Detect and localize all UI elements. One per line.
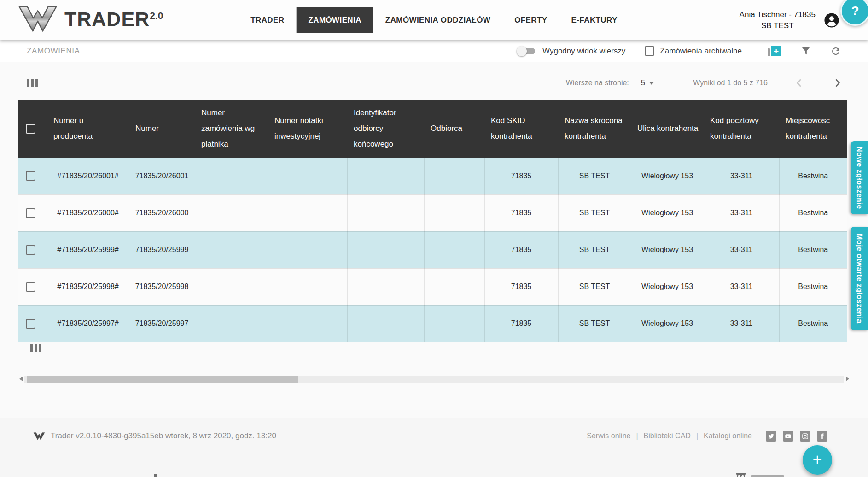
add-view-plus: + — [771, 46, 781, 56]
cell-odbiorca — [424, 305, 484, 342]
toggle-knob — [517, 46, 527, 56]
cell-identyfikator-odbiorcy — [347, 194, 424, 231]
cell-miejscowosc: Bestwina — [779, 231, 847, 268]
footer-divider — [28, 460, 840, 460]
footer-links: Serwis online | Biblioteki CAD | Katalog… — [587, 432, 752, 440]
cell-numer-u-producenta: #71835/20/25998# — [47, 268, 129, 305]
archived-orders-checkbox[interactable] — [645, 46, 654, 56]
col-nazwa-skrocona[interactable]: Nazwa skrócona kontrahenta — [558, 100, 631, 158]
tab-zamowienia-oddzialow[interactable]: ZAMÓWIENIA ODDZIAŁÓW — [373, 7, 502, 33]
cell-ulica: Wielogłowy 153 — [631, 158, 704, 194]
tab-zamowienia[interactable]: ZAMÓWIENIA — [296, 7, 373, 33]
cell-numer-notatki-inwestycyjnej — [268, 305, 347, 342]
cell-kod-pocztowy: 33-311 — [704, 231, 779, 268]
cell-kod-skid: 71835 — [484, 194, 558, 231]
app-logo[interactable]: TRADER2.0 — [17, 5, 163, 33]
row-checkbox[interactable] — [26, 282, 35, 292]
account-icon[interactable] — [824, 12, 839, 28]
row-checkbox[interactable] — [26, 208, 35, 218]
pagination: Wiersze na stronie: 5 Wyniki od 1 do 5 z… — [566, 77, 843, 89]
row-checkbox[interactable] — [26, 171, 35, 181]
footer-right: Serwis online | Biblioteki CAD | Katalog… — [587, 431, 827, 442]
filter-icon[interactable] — [801, 46, 811, 56]
twitter-icon[interactable] — [766, 431, 776, 442]
table-row[interactable]: #71835/20/26000# 71835/20/26000 71835 SB… — [18, 194, 847, 231]
cell-numer: 71835/20/25999 — [129, 231, 195, 268]
table-row[interactable]: #71835/20/25999# 71835/20/25999 71835 SB… — [18, 231, 847, 268]
tab-e-faktury[interactable]: E-FAKTURY — [559, 7, 629, 33]
add-view-icon[interactable]: + — [768, 46, 781, 56]
col-miejscowosc[interactable]: Miejscowosc kontrahenta — [779, 100, 847, 158]
my-open-tickets-tab[interactable]: Moje otwarte zgłoszenia — [851, 227, 868, 330]
rows-per-page-caret-icon[interactable] — [649, 82, 654, 85]
link-serwis-online[interactable]: Serwis online — [587, 432, 630, 440]
link-separator: | — [696, 432, 698, 440]
scrollbar-track[interactable] — [24, 376, 844, 383]
cell-numer: 71835/20/26000 — [129, 194, 195, 231]
youtube-icon[interactable] — [783, 431, 793, 442]
cutoff-fragment — [751, 475, 784, 477]
scrollbar-thumb[interactable] — [27, 376, 298, 383]
cell-numer: 71835/20/26001 — [129, 158, 195, 194]
cell-kod-skid: 71835 — [484, 231, 558, 268]
scroll-left-icon[interactable] — [18, 375, 23, 383]
instagram-icon[interactable] — [800, 431, 810, 442]
col-kod-skid[interactable]: Kod SKID kontrahenta — [484, 100, 558, 158]
cell-numer-u-producenta: #71835/20/25997# — [47, 305, 129, 342]
table-row[interactable]: #71835/20/26001# 71835/20/26001 71835 SB… — [18, 158, 847, 194]
footer-left: Trader v2.0.10-4830-g395a15eb wtorek, 8 … — [33, 431, 276, 441]
columns-icon-top[interactable] — [27, 79, 38, 87]
toolbar-actions: Wygodny widok wierszy Zamówienia archiwa… — [517, 46, 841, 57]
rows-per-page-value[interactable]: 5 — [641, 78, 645, 88]
comfy-rows-toggle[interactable] — [517, 47, 536, 55]
cell-ulica: Wielogłowy 153 — [631, 231, 704, 268]
table-row[interactable]: #71835/20/25998# 71835/20/25998 71835 SB… — [18, 268, 847, 305]
horizontal-scrollbar[interactable] — [18, 375, 850, 383]
col-kod-pocztowy[interactable]: Kod pocztowy kontrahenta — [704, 100, 779, 158]
select-all-cell — [18, 100, 47, 158]
add-new-button[interactable]: + — [803, 445, 832, 475]
cell-numer-notatki-inwestycyjnej — [268, 158, 347, 194]
row-checkbox[interactable] — [26, 319, 35, 329]
facebook-icon[interactable] — [817, 431, 827, 442]
link-biblioteki-cad[interactable]: Biblioteki CAD — [644, 432, 691, 440]
row-checkbox[interactable] — [26, 245, 35, 255]
col-ulica[interactable]: Ulica kontrahenta — [631, 100, 704, 158]
col-numer-notatki-inwestycyjnej[interactable]: Numer notatki inwestycyjnej — [268, 100, 347, 158]
cutoff-fragment — [154, 474, 157, 477]
cell-odbiorca — [424, 158, 484, 194]
select-all-checkbox[interactable] — [26, 124, 35, 134]
columns-icon-bottom[interactable] — [30, 344, 41, 352]
prev-page-icon[interactable] — [793, 77, 805, 89]
tab-trader[interactable]: TRADER — [239, 7, 296, 33]
page-toolbar: ZAMÓWIENIA Wygodny widok wierszy Zamówie… — [0, 40, 868, 62]
link-katalogi-online[interactable]: Katalogi online — [704, 432, 752, 440]
tab-oferty[interactable]: OFERTY — [502, 7, 559, 33]
footer: Trader v2.0.10-4830-g395a15eb wtorek, 8 … — [0, 418, 868, 477]
new-ticket-tab[interactable]: Nowe zgłoszenie — [851, 141, 868, 214]
row-select-cell — [18, 194, 47, 231]
cell-numer-zamowienia-wg-platnika — [195, 194, 268, 231]
main-nav: TRADER ZAMÓWIENIA ZAMÓWIENIA ODDZIAŁÓW O… — [239, 0, 629, 40]
col-numer-u-producenta[interactable]: Numer u producenta — [47, 100, 129, 158]
page-title: ZAMÓWIENIA — [27, 47, 80, 56]
col-odbiorca[interactable]: Odbiorca — [424, 100, 484, 158]
next-page-icon[interactable] — [831, 77, 843, 89]
scroll-right-icon[interactable] — [845, 375, 850, 383]
col-identyfikator-odbiorcy[interactable]: Identyfikator odbiorcy końcowego — [347, 100, 424, 158]
cell-numer-zamowienia-wg-platnika — [195, 268, 268, 305]
col-numer-zamowienia-wg-platnika[interactable]: Numer zamówienia wg platnika — [195, 100, 268, 158]
cell-numer: 71835/20/25997 — [129, 305, 195, 342]
table-row[interactable]: #71835/20/25997# 71835/20/25997 71835 SB… — [18, 305, 847, 342]
cell-numer: 71835/20/25998 — [129, 268, 195, 305]
page: TRADER2.0 TRADER ZAMÓWIENIA ZAMÓWIENIA O… — [0, 0, 868, 477]
refresh-icon[interactable] — [830, 46, 841, 57]
cell-odbiorca — [424, 268, 484, 305]
rows-per-page-label: Wiersze na stronie: — [566, 79, 629, 87]
cell-numer-u-producenta: #71835/20/26001# — [47, 158, 129, 194]
cell-miejscowosc: Bestwina — [779, 268, 847, 305]
col-numer[interactable]: Numer — [129, 100, 195, 158]
top-navbar: TRADER2.0 TRADER ZAMÓWIENIA ZAMÓWIENIA O… — [0, 0, 868, 40]
cell-miejscowosc: Bestwina — [779, 194, 847, 231]
cell-identyfikator-odbiorcy — [347, 305, 424, 342]
